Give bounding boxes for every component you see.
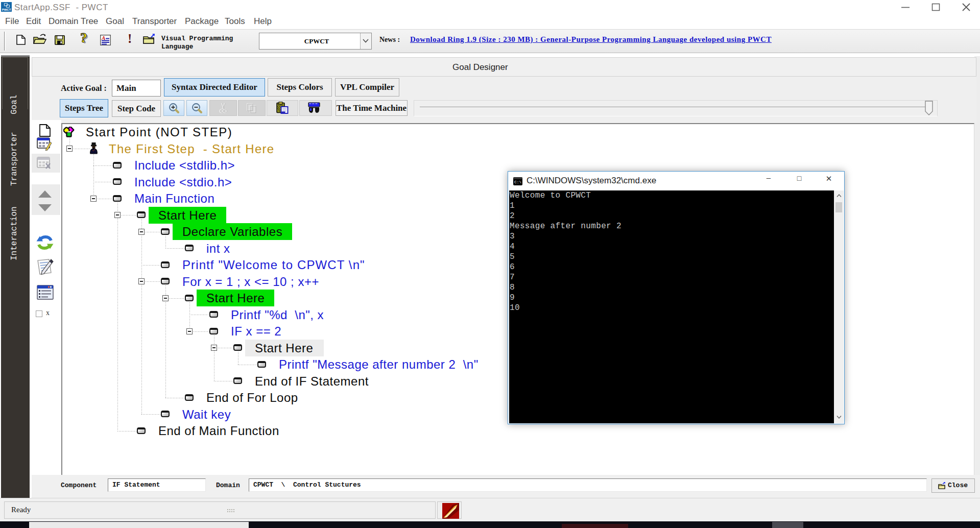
svg-text:?: ? [80,31,87,45]
svg-text:C:\: C:\ [514,180,522,184]
svg-text:A: A [101,35,105,41]
svg-text:PWCT: PWCT [2,8,11,11]
